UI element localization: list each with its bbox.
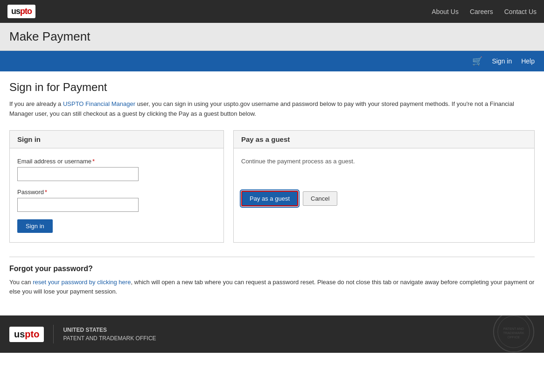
intro-text-before: If you are already a [9, 100, 63, 107]
about-us-link[interactable]: About Us [432, 8, 459, 15]
page-heading: Sign in for Payment [9, 81, 535, 94]
financial-manager-link[interactable]: USPTO Financial Manager [63, 100, 135, 107]
sign-in-button[interactable]: Sign in [17, 219, 53, 233]
sign-in-box: Sign in Email address or username* Passw… [9, 130, 224, 243]
footer-seal: PATENT AND TRADEMARK OFFICE [493, 315, 535, 353]
cancel-button[interactable]: Cancel [303, 191, 337, 206]
email-required: * [92, 158, 95, 165]
contact-us-link[interactable]: Contact Us [504, 8, 537, 15]
top-nav-links: About Us Careers Contact Us [432, 8, 537, 15]
password-input[interactable] [17, 198, 139, 212]
footer-divider [53, 325, 54, 343]
email-form-group: Email address or username* [17, 158, 216, 181]
cart-icon[interactable]: 🛒 [472, 56, 482, 66]
help-nav-link[interactable]: Help [521, 57, 535, 65]
uspto-logo: uspto [7, 5, 35, 18]
sign-in-box-body: Email address or username* Password* Sig… [10, 148, 223, 242]
guest-buttons: Pay as a guest Cancel [241, 191, 527, 206]
footer: uspto UNITED STATES PATENT AND TRADEMARK… [0, 315, 544, 353]
guest-box-header: Pay as a guest [234, 131, 534, 148]
guest-description: Continue the payment process as a guest. [241, 158, 527, 165]
svg-text:TRADEMARK: TRADEMARK [503, 331, 524, 335]
reset-password-link[interactable]: reset your password by clicking here [33, 279, 131, 286]
email-input[interactable] [17, 167, 139, 181]
password-form-group: Password* [17, 189, 216, 212]
careers-link[interactable]: Careers [470, 8, 493, 15]
sign-in-nav-link[interactable]: Sign in [492, 57, 512, 65]
forgot-heading: Forgot your password? [9, 265, 535, 273]
footer-logo: uspto [9, 327, 44, 342]
secondary-navigation: 🛒 Sign in Help [0, 51, 544, 71]
main-content: Sign in for Payment If you are already a… [0, 71, 544, 315]
sign-in-box-header: Sign in [10, 131, 223, 148]
two-column-layout: Sign in Email address or username* Passw… [9, 130, 535, 243]
guest-box-body: Continue the payment process as a guest.… [234, 148, 534, 216]
guest-box: Pay as a guest Continue the payment proc… [233, 130, 535, 243]
svg-text:OFFICE: OFFICE [508, 335, 520, 339]
forgot-password-section: Forgot your password? You can reset your… [9, 257, 535, 297]
footer-text: UNITED STATES PATENT AND TRADEMARK OFFIC… [63, 326, 156, 343]
top-navigation: uspto About Us Careers Contact Us [0, 0, 544, 23]
forgot-text: You can reset your password by clicking … [9, 278, 535, 297]
pay-as-guest-button[interactable]: Pay as a guest [241, 191, 298, 206]
svg-text:PATENT AND: PATENT AND [503, 327, 524, 331]
footer-line1: UNITED STATES [63, 326, 156, 334]
password-required: * [45, 189, 47, 196]
intro-paragraph: If you are already a USPTO Financial Man… [9, 99, 535, 119]
password-label: Password* [17, 189, 216, 196]
forgot-text-before: You can [9, 279, 33, 286]
page-title-bar: Make Payment [0, 23, 544, 51]
email-label: Email address or username* [17, 158, 216, 165]
footer-line2: PATENT AND TRADEMARK OFFICE [63, 335, 156, 342]
page-title: Make Payment [9, 29, 535, 44]
